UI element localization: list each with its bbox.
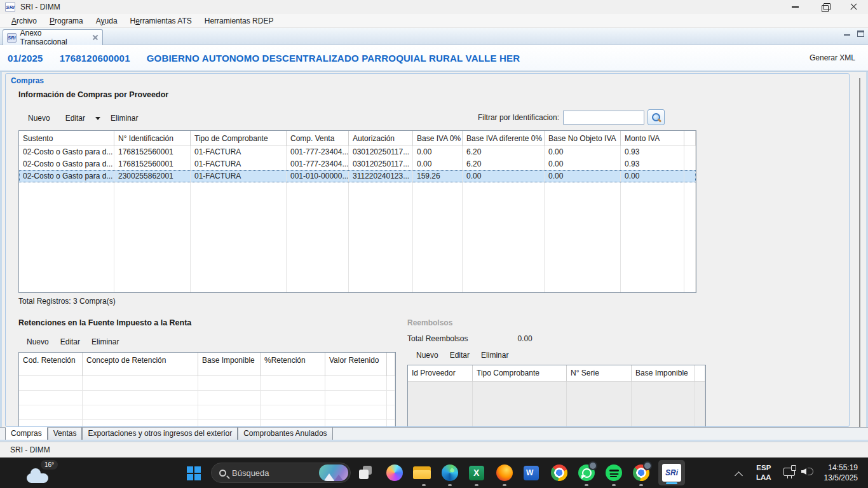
vertical-scrollbar[interactable] [859, 78, 860, 427]
table-row[interactable]: 02-Costo o Gasto para d...23002558620010… [19, 170, 696, 182]
table-cell-filler [19, 182, 114, 292]
column-header[interactable]: Tipo de Comprobante [191, 131, 287, 146]
network-icon[interactable] [783, 468, 795, 476]
column-header[interactable]: Base No Objeto IVA [545, 131, 621, 146]
view-maximize-icon[interactable] [857, 30, 864, 37]
volume-waves-icon [808, 468, 813, 475]
ret-editar-button[interactable]: Editar [55, 336, 85, 348]
chevron-down-icon[interactable] [95, 117, 100, 120]
minimize-icon[interactable] [780, 0, 810, 14]
column-header[interactable]: N° Identificación [114, 131, 191, 146]
table-row[interactable]: 02-Costo o Gasto para d...17681525600010… [19, 158, 696, 170]
empty-table-row [19, 376, 395, 391]
running-indicator [503, 484, 506, 486]
chrome-icon[interactable] [551, 464, 567, 481]
restore-icon[interactable] [810, 0, 839, 14]
column-header[interactable]: Base IVA diferente 0% [463, 131, 545, 146]
column-header[interactable]: Monto IVA [621, 131, 684, 146]
excel-icon[interactable] [469, 466, 484, 480]
tab-exportaciones[interactable]: Exportaciones y otros ingresos del exter… [82, 428, 238, 440]
table-cell-filler [114, 182, 191, 292]
filter-box: Filtrar por Identificacion: [478, 109, 665, 125]
column-header[interactable]: %Retención [261, 353, 325, 376]
menu-item-herramientas-rdep[interactable]: Herramientas RDEP [198, 15, 280, 27]
column-header[interactable]: Base IVA 0% [413, 131, 463, 146]
search-highlight-image [319, 464, 348, 481]
menu-item-herramientas-ats[interactable]: Herramientas ATS [124, 15, 198, 27]
volume-icon[interactable] [801, 468, 806, 475]
copilot-icon[interactable] [386, 464, 403, 481]
window-frame-left [0, 72, 2, 442]
running-indicator [612, 484, 616, 486]
column-header[interactable]: Base Imponible [198, 353, 261, 376]
tray-chevron-up-icon[interactable] [736, 471, 742, 478]
column-header[interactable]: Sustento [19, 131, 114, 146]
chrome-profile-icon[interactable] [633, 464, 649, 481]
sri-dimm-taskbar-button[interactable]: SRi [658, 460, 685, 485]
app-window: SRi SRI - DIMM ArchivoProgramaAyudaHerra… [0, 0, 868, 488]
notification-badge [643, 461, 652, 470]
menu-item-ayuda[interactable]: Ayuda [90, 15, 124, 27]
column-header[interactable]: Comp. Venta [287, 131, 349, 146]
table-cell: 2300255862001 [114, 170, 191, 182]
tray-time: 14:55:19 [824, 463, 858, 473]
column-header[interactable]: Cod. Retención [19, 353, 83, 376]
menu-item-archivo[interactable]: Archivo [5, 15, 43, 27]
empty-table-row [19, 405, 395, 420]
close-tab-icon[interactable] [92, 34, 98, 41]
status-text: SRI - DIMM [10, 445, 50, 454]
table-cell-filler [261, 420, 325, 427]
spotify-icon[interactable] [606, 464, 622, 481]
empty-table-row [19, 420, 395, 427]
tab-anexo-transaccional[interactable]: SRi Anexo Transaccional [3, 29, 103, 45]
generar-xml-button[interactable]: Generar XML [810, 53, 855, 62]
column-header[interactable]: Concepto de Retención [83, 353, 198, 376]
edge-icon[interactable] [442, 464, 458, 481]
reembolsos-table-body [408, 382, 705, 427]
table-cell-filler [261, 391, 325, 405]
status-bar: SRI - DIMM [0, 442, 868, 458]
total-registros: Total Registros: 3 Compra(s) [18, 297, 116, 306]
app-icon: SRi [5, 2, 15, 12]
reemb-nuevo-button[interactable]: Nuevo [411, 349, 444, 362]
search-button[interactable] [648, 109, 665, 125]
table-cell: 159.26 [413, 170, 463, 182]
taskbar-search[interactable]: Búsqueda [211, 463, 351, 483]
menu-item-programa[interactable]: Programa [43, 15, 90, 27]
start-button-icon[interactable] [187, 466, 202, 482]
editar-button[interactable]: Editar [59, 112, 92, 125]
column-header[interactable]: Autorización [349, 131, 413, 146]
tab-ventas[interactable]: Ventas [48, 428, 83, 440]
ret-eliminar-button[interactable]: Eliminar [86, 336, 124, 348]
reembolsos-toolbar: Nuevo Editar Eliminar [411, 349, 513, 362]
search-placeholder: Búsqueda [232, 468, 319, 478]
sri-logo-icon: SRi [662, 464, 681, 482]
tab-compras[interactable]: Compras [5, 427, 48, 440]
table-cell-filler [325, 391, 387, 405]
file-explorer-icon[interactable] [413, 466, 431, 480]
close-icon[interactable] [839, 0, 868, 14]
ret-nuevo-button[interactable]: Nuevo [22, 336, 54, 348]
eliminar-button[interactable]: Eliminar [104, 112, 144, 125]
reemb-editar-button[interactable]: Editar [445, 349, 475, 362]
reemb-eliminar-button[interactable]: Eliminar [476, 349, 513, 362]
task-view-icon[interactable] [358, 464, 374, 481]
table-cell-filler [198, 376, 261, 391]
tab-comprobantes-anulados[interactable]: Comprobantes Anulados [238, 428, 332, 440]
running-indicator [639, 484, 643, 486]
table-row[interactable]: 02-Costo o Gasto para d...17681525600010… [19, 146, 696, 158]
filter-input[interactable] [563, 111, 644, 125]
view-minimize-icon[interactable] [844, 30, 851, 36]
word-icon[interactable] [524, 466, 539, 480]
empty-table-row [19, 391, 395, 405]
nuevo-button[interactable]: Nuevo [22, 112, 57, 125]
column-header[interactable]: Valor Retenido [325, 353, 387, 376]
firefox-icon[interactable] [496, 464, 513, 481]
whatsapp-icon[interactable] [578, 464, 595, 481]
table-cell: 1768152560001 [114, 158, 191, 170]
language-indicator[interactable]: ESP LAA [756, 463, 771, 482]
running-indicator [475, 484, 478, 486]
clock[interactable]: 14:55:19 13/5/2025 [824, 463, 858, 483]
table-cell-filler [684, 158, 696, 170]
weather-widget[interactable]: 16° [27, 463, 65, 484]
